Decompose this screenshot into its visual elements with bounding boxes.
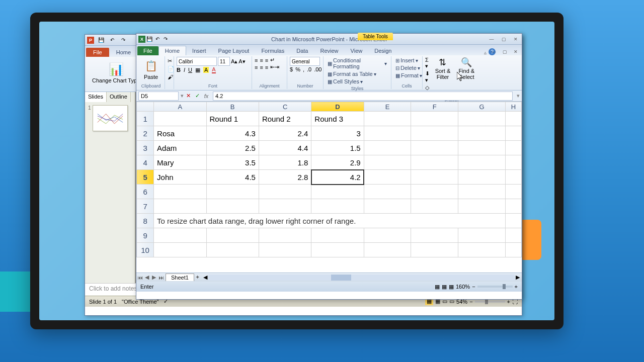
- row-header[interactable]: 8: [137, 214, 154, 228]
- percent-icon[interactable]: %: [295, 66, 300, 72]
- enter-icon[interactable]: ✓: [193, 92, 202, 101]
- tab-file[interactable]: File: [137, 46, 158, 55]
- paste-button[interactable]: 📋Paste: [140, 57, 162, 81]
- change-chart-type-button[interactable]: 📊Change Chart Type: [90, 60, 142, 84]
- view-layout-icon[interactable]: ▦: [442, 284, 447, 290]
- format-as-table-button[interactable]: ▦ Format as Table ▾: [326, 70, 388, 77]
- row-header[interactable]: 7: [137, 199, 154, 214]
- cell[interactable]: 2.9: [311, 155, 364, 170]
- cell[interactable]: Round 3: [311, 112, 364, 126]
- col-header[interactable]: F: [411, 102, 458, 112]
- font-family-select[interactable]: [177, 57, 217, 66]
- comma-icon[interactable]: ,: [303, 66, 304, 72]
- col-header[interactable]: C: [259, 102, 311, 112]
- wrap-icon[interactable]: ↵: [270, 57, 275, 63]
- expand-formula-icon[interactable]: ▾: [515, 93, 522, 99]
- view-normal-icon[interactable]: ▦: [435, 284, 440, 290]
- cell-selected[interactable]: 4.2: [311, 170, 364, 185]
- cell[interactable]: 3: [311, 126, 364, 141]
- tab-insert[interactable]: Insert: [186, 46, 212, 55]
- underline-icon[interactable]: U: [188, 67, 192, 73]
- cell[interactable]: Mary: [154, 155, 206, 170]
- autosum-icon[interactable]: Σ ▾: [425, 57, 430, 69]
- format-cells-button[interactable]: ▦ Format ▾: [394, 72, 420, 79]
- save-icon[interactable]: 💾: [97, 36, 105, 44]
- cell[interactable]: Adam: [154, 141, 206, 155]
- painter-icon[interactable]: 🖌: [168, 74, 171, 80]
- outline-tab[interactable]: Outline: [107, 92, 131, 102]
- col-header[interactable]: D: [311, 102, 364, 112]
- row-header[interactable]: 1: [137, 112, 154, 126]
- row-header[interactable]: 3: [137, 141, 154, 155]
- next-sheet-icon[interactable]: ▶: [150, 274, 157, 281]
- hscrollbar[interactable]: [208, 275, 515, 281]
- cell[interactable]: 4.5: [206, 170, 259, 185]
- prev-sheet-icon[interactable]: ◀: [143, 274, 150, 281]
- cancel-icon[interactable]: ✕: [184, 92, 193, 101]
- undo-icon[interactable]: ↶: [153, 35, 162, 43]
- redo-icon[interactable]: ↷: [119, 36, 127, 44]
- cell[interactable]: 4.3: [206, 126, 259, 141]
- col-header[interactable]: H: [505, 102, 521, 112]
- worksheet-grid[interactable]: A B C D E F G H 1Round 1Round 2Round 3 2…: [136, 102, 522, 273]
- cell[interactable]: Round 2: [259, 112, 311, 126]
- cell[interactable]: 2.8: [259, 170, 311, 185]
- row-header[interactable]: 6: [137, 185, 154, 199]
- insert-cells-button[interactable]: ⊞ Insert ▾: [394, 57, 420, 64]
- grow-font-icon[interactable]: A▴: [231, 58, 237, 65]
- col-header[interactable]: G: [458, 102, 506, 112]
- dec-dec-icon[interactable]: .00: [314, 66, 321, 72]
- number-format-select[interactable]: [290, 57, 320, 66]
- align-top-icon[interactable]: ≡: [255, 57, 258, 63]
- col-header[interactable]: E: [364, 102, 411, 112]
- slides-tab[interactable]: Slides: [85, 92, 107, 102]
- cell[interactable]: 2.5: [206, 141, 259, 155]
- tab-data[interactable]: Data: [290, 46, 314, 55]
- conditional-formatting-button[interactable]: ▦ Conditional Formatting ▾: [326, 57, 388, 70]
- last-sheet-icon[interactable]: ⏭: [157, 275, 165, 281]
- cell[interactable]: Round 1: [206, 112, 259, 126]
- fill-icon[interactable]: ⬇ ▾: [425, 70, 430, 83]
- fx-icon[interactable]: fx: [202, 92, 211, 101]
- cell[interactable]: 1.8: [259, 155, 311, 170]
- new-sheet-icon[interactable]: ✦: [194, 274, 201, 281]
- cell[interactable]: John: [154, 170, 206, 185]
- align-bot-icon[interactable]: ≡: [265, 57, 268, 63]
- tab-home[interactable]: Home: [158, 46, 186, 55]
- align-mid-icon[interactable]: ≡: [260, 57, 263, 63]
- align-center-icon[interactable]: ≡: [260, 64, 263, 70]
- minimize-icon[interactable]: —: [488, 36, 496, 43]
- cell[interactable]: Rosa: [154, 126, 206, 141]
- delete-cells-button[interactable]: ⊟ Delete ▾: [394, 64, 420, 71]
- currency-icon[interactable]: $: [290, 66, 293, 72]
- tab-formulas[interactable]: Formulas: [255, 46, 290, 55]
- inc-dec-icon[interactable]: .0: [307, 66, 311, 72]
- merge-icon[interactable]: ⇤⇥: [270, 64, 279, 70]
- sort-filter-button[interactable]: ⇅Sort & Filter: [432, 57, 453, 81]
- ppt-tab-file[interactable]: File: [86, 48, 109, 57]
- zoom-out-icon[interactable]: −: [472, 284, 475, 290]
- col-header[interactable]: B: [206, 102, 259, 112]
- hscroll-right-icon[interactable]: ▶: [516, 274, 520, 281]
- zoom-in-icon[interactable]: +: [515, 284, 518, 290]
- maximize-icon[interactable]: ▢: [500, 36, 508, 43]
- row-header[interactable]: 10: [137, 243, 154, 257]
- sub-close-icon[interactable]: ✕: [512, 48, 520, 55]
- sheet-tab[interactable]: Sheet1: [166, 274, 194, 281]
- cut-icon[interactable]: ✂: [168, 58, 171, 64]
- shrink-font-icon[interactable]: A▾: [238, 58, 245, 65]
- copy-icon[interactable]: 📄: [168, 66, 171, 72]
- close-icon[interactable]: ✕: [512, 36, 520, 43]
- row-header[interactable]: 4: [137, 155, 154, 170]
- tab-page-layout[interactable]: Page Layout: [212, 46, 256, 55]
- select-all-corner[interactable]: [137, 102, 154, 112]
- undo-icon[interactable]: ↶: [108, 36, 116, 44]
- slide-thumbnail[interactable]: [93, 105, 128, 131]
- bold-icon[interactable]: B: [177, 67, 181, 73]
- sub-restore-icon[interactable]: ▢: [501, 48, 509, 55]
- cell[interactable]: 1.5: [311, 141, 364, 155]
- redo-icon[interactable]: ↷: [162, 35, 170, 43]
- zoom-level[interactable]: 160%: [456, 284, 470, 290]
- save-icon[interactable]: 💾: [145, 35, 153, 43]
- hscroll-left-icon[interactable]: ◀: [203, 274, 207, 281]
